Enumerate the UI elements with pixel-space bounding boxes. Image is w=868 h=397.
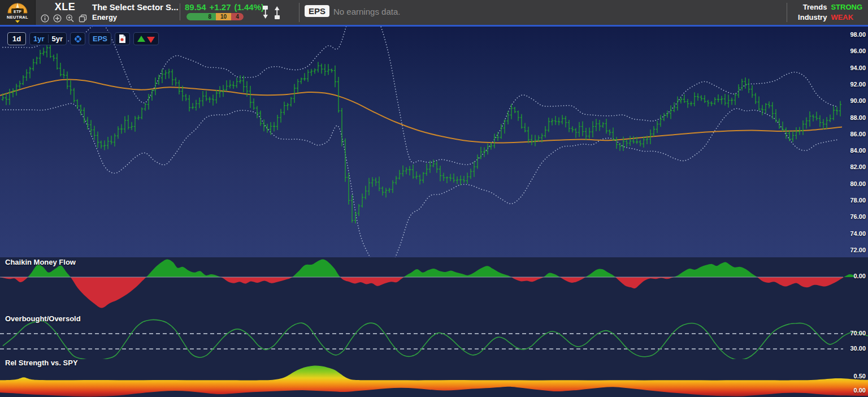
power-gauge-badge[interactable]: ETF NEUTRAL xyxy=(0,0,36,25)
chaikin-analytics-app: ETF NEUTRAL XLE xyxy=(0,0,868,397)
last-price: 89.54 xyxy=(185,2,206,12)
svg-text:ETF: ETF xyxy=(14,9,22,14)
info-icon[interactable] xyxy=(41,14,49,23)
eps-note: No earnings data. xyxy=(333,7,400,16)
eps-badge[interactable]: EPS xyxy=(305,5,329,17)
price-axis-label: 84.00 xyxy=(850,147,866,154)
price-axis-label: 92.00 xyxy=(850,81,866,88)
industry-label: Industry xyxy=(798,12,827,23)
security-title: The Select Sector S... xyxy=(92,2,179,12)
price-axis-label: 96.00 xyxy=(850,48,866,54)
down-triangle-icon xyxy=(147,37,155,43)
crosshair-button[interactable] xyxy=(70,32,85,45)
rel-strength-chart[interactable] xyxy=(0,359,868,397)
badge-caret-icon xyxy=(15,20,20,23)
rels-000-label: 0.00 xyxy=(854,387,866,394)
power-gauge-bar[interactable]: 8 10 4 xyxy=(186,13,244,20)
svg-text:NEUTRAL: NEUTRAL xyxy=(7,15,28,20)
header-divider xyxy=(787,3,787,22)
gauge-bearish-count: 4 xyxy=(231,13,244,20)
price-axis-label: 72.00 xyxy=(850,247,866,253)
range-5yr-button[interactable]: 5yr xyxy=(49,34,67,43)
eps-overlay-button[interactable]: EPS xyxy=(89,32,111,45)
price-axis-label: 86.00 xyxy=(850,131,866,137)
range-toggle: 1yr 5yr xyxy=(29,32,67,45)
pdf-icon xyxy=(118,34,127,44)
security-sector: Energy xyxy=(92,13,117,21)
price-axis-label: 82.00 xyxy=(850,163,866,170)
zoom-search-icon[interactable] xyxy=(66,14,75,23)
price-axis-label: 88.00 xyxy=(850,114,866,121)
trend-summary: Trends STRONG Industry WEAK xyxy=(798,2,862,23)
ticker-actions xyxy=(41,14,87,23)
price-axis-label: 90.00 xyxy=(850,97,866,104)
copy-compare-icon[interactable] xyxy=(79,14,87,23)
price-axis-label: 74.00 xyxy=(850,230,866,237)
chaikin-money-flow-chart[interactable] xyxy=(0,257,868,314)
gauge-bullish-count: 8 xyxy=(186,13,216,20)
add-to-list-icon[interactable] xyxy=(53,14,62,23)
crosshair-icon xyxy=(73,34,83,44)
cmf-zero-label: 0.00 xyxy=(854,273,866,279)
trends-value: STRONG xyxy=(831,2,862,12)
price-axis-label: 98.00 xyxy=(850,31,866,38)
industry-value: WEAK xyxy=(831,12,853,23)
up-triangle-icon xyxy=(137,36,145,42)
gauge-neutral-count: 10 xyxy=(216,13,231,20)
ticker-symbol: XLE xyxy=(49,1,81,13)
price-axis-label: 94.00 xyxy=(850,64,866,71)
signals-toggle-button[interactable] xyxy=(133,32,159,45)
overbought-oversold-chart[interactable] xyxy=(0,314,868,359)
trends-label: Trends xyxy=(803,2,827,12)
price-axis-label: 76.00 xyxy=(850,213,866,220)
price-axis-label: 80.00 xyxy=(850,180,866,187)
header-divider xyxy=(299,3,300,22)
range-1yr-button[interactable]: 1yr xyxy=(30,34,48,43)
obos-70-label: 70.00 xyxy=(850,330,866,336)
ticker-header: ETF NEUTRAL XLE xyxy=(0,0,868,25)
header-divider xyxy=(180,3,180,20)
price-chart[interactable] xyxy=(0,27,868,257)
price-change: +1.27 xyxy=(210,2,231,12)
rels-050-label: 0.50 xyxy=(854,373,866,379)
price-axis-label: 78.00 xyxy=(850,197,866,204)
compare-icon[interactable] xyxy=(261,5,282,20)
price-quote: 89.54+1.27(1.44%) xyxy=(185,2,267,12)
etf-rating-gauge-icon: ETF NEUTRAL xyxy=(3,1,32,23)
obos-panel-title: Overbought/Oversold xyxy=(5,314,81,323)
obos-30-label: 30.00 xyxy=(850,345,866,352)
rels-panel-title: Rel Strength vs. SPY xyxy=(5,359,78,367)
price-change-pct: (1.44%) xyxy=(235,2,264,12)
export-pdf-button[interactable] xyxy=(115,32,130,45)
timeframe-1d-button[interactable]: 1d xyxy=(7,32,26,45)
cmf-panel-title: Chaikin Money Flow xyxy=(5,258,76,266)
